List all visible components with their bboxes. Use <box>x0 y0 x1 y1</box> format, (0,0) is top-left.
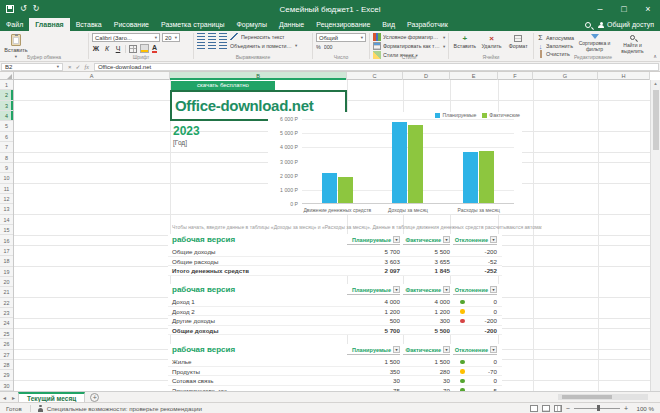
filter-dropdown-icon[interactable]: ▾ <box>490 346 497 353</box>
row-header-28[interactable]: 28 <box>0 360 13 370</box>
cell-planned[interactable]: 30 <box>347 376 400 386</box>
filter-dropdown-icon[interactable]: ▾ <box>393 346 400 353</box>
page-break-view-button[interactable] <box>554 405 562 412</box>
minimize-button[interactable]: – <box>588 0 612 18</box>
row-header-17[interactable]: 17 <box>0 246 13 256</box>
font-color-icon[interactable]: А <box>152 44 157 53</box>
row-header-23[interactable]: 23 <box>0 308 13 318</box>
accessibility-checker[interactable]: Специальные возможности: проверьте реком… <box>37 405 202 412</box>
row-header-13[interactable]: 13 <box>0 204 13 214</box>
row-header-1[interactable]: 1 <box>0 80 13 90</box>
zoom-out-button[interactable]: − <box>566 405 570 412</box>
row-header-6[interactable]: 6 <box>0 132 13 142</box>
merge-center-button[interactable]: Объединить и поместить в центре <box>230 43 292 49</box>
cell-deviation[interactable]: -52 <box>453 257 497 267</box>
align-top-icon[interactable] <box>197 33 205 40</box>
ribbon-tab-file[interactable]: Файл <box>0 18 29 31</box>
cell-deviation[interactable]: 0 <box>453 307 497 317</box>
restore-button[interactable]: □ <box>612 0 636 18</box>
filter-dropdown-icon[interactable]: ▾ <box>443 236 450 243</box>
wrap-text-button[interactable]: Переносить текст <box>241 34 285 40</box>
cell-actual[interactable]: 5 500 <box>403 326 450 336</box>
align-middle-icon[interactable] <box>208 33 216 40</box>
undo-icon[interactable]: ↺ <box>20 0 27 18</box>
normal-view-button[interactable] <box>530 405 538 412</box>
cell-actual[interactable]: 30 <box>403 376 450 386</box>
cell-actual[interactable]: 300 <box>403 316 450 326</box>
column-header-F[interactable]: F <box>498 72 533 80</box>
column-header-G[interactable]: G <box>533 72 598 80</box>
cell-planned[interactable]: 3 603 <box>347 257 400 267</box>
row-header-4[interactable]: 4 <box>0 111 13 121</box>
fill-button[interactable]: ↓Заполнить <box>537 43 574 50</box>
row-header-27[interactable]: 27 <box>0 350 13 360</box>
cell-actual[interactable]: 280 <box>403 367 450 377</box>
ribbon-tab-formulas[interactable]: Формулы <box>231 18 273 31</box>
horizontal-scroll-thumb[interactable] <box>562 395 612 399</box>
borders-icon[interactable] <box>129 45 137 53</box>
budget-table[interactable]: рабочая версияПланируемые▾Фактические▾От… <box>168 344 502 395</box>
ribbon-tab-home[interactable]: Главная <box>29 18 69 31</box>
row-header-12[interactable]: 12 <box>0 194 13 204</box>
cell-deviation[interactable]: -200 <box>453 316 497 326</box>
row-header-21[interactable]: 21 <box>0 287 13 297</box>
row-header-25[interactable]: 25 <box>0 329 13 339</box>
filter-dropdown-icon[interactable]: ▾ <box>490 236 497 243</box>
formula-input[interactable]: Office-download.net <box>94 63 659 71</box>
year-value[interactable]: 2023 <box>173 124 200 138</box>
row-header-20[interactable]: 20 <box>0 277 13 287</box>
italic-button[interactable]: К <box>103 45 111 53</box>
row-header-11[interactable]: 11 <box>0 184 13 194</box>
cell-planned[interactable]: 5 700 <box>347 326 400 336</box>
cell-planned[interactable]: 1 200 <box>347 307 400 317</box>
row-label[interactable]: Доход 2 <box>172 307 195 317</box>
cell-actual[interactable]: 1 200 <box>403 307 450 317</box>
fill-color-icon[interactable] <box>140 44 149 53</box>
ribbon-tab-review[interactable]: Рецензирование <box>310 18 376 31</box>
year-label[interactable]: [Год] <box>173 139 187 146</box>
row-header-7[interactable]: 7 <box>0 142 13 152</box>
cell-actual[interactable]: 3 655 <box>403 257 450 267</box>
cell-deviation[interactable]: -200 <box>453 326 497 336</box>
filter-dropdown-icon[interactable]: ▾ <box>393 286 400 293</box>
ribbon-tab-draw[interactable]: Рисование <box>108 18 155 31</box>
autosum-button[interactable]: ΣАвтосумма <box>537 34 574 41</box>
column-header-E[interactable]: E <box>450 72 498 80</box>
row-header-19[interactable]: 19 <box>0 267 13 277</box>
zoom-level[interactable]: 100 % <box>632 405 654 412</box>
row-label[interactable]: Итого денежных средств <box>172 266 249 276</box>
vertical-scrollbar[interactable]: ▴ <box>650 80 660 391</box>
percent-style-button[interactable]: % <box>316 44 321 50</box>
column-header-H[interactable]: H <box>598 72 650 80</box>
sheet-nav-right-icon[interactable]: ▸ <box>9 394 18 401</box>
close-button[interactable]: × <box>636 0 660 18</box>
font-family-select[interactable]: Calibri (Заго...▾ <box>92 33 160 42</box>
row-header-2[interactable]: 2 <box>0 90 13 100</box>
row-header-14[interactable]: 14 <box>0 215 13 225</box>
row-label[interactable]: Общие доходы <box>172 247 215 257</box>
orientation-icon[interactable] <box>230 33 238 40</box>
cell-actual[interactable]: 1 845 <box>403 266 450 276</box>
sheet-nav-left-icon[interactable]: ◂ <box>0 394 9 401</box>
insert-function-button[interactable]: fx <box>85 64 89 70</box>
cell-planned[interactable]: 1 500 <box>347 357 400 367</box>
redo-icon[interactable]: ↻ <box>33 0 40 18</box>
column-header-B[interactable]: B <box>170 72 347 80</box>
cell-deviation[interactable]: 0 <box>453 357 497 367</box>
format-as-table-button[interactable]: Форматировать как таблицу▾ <box>373 42 446 50</box>
ribbon-tab-layout[interactable]: Разметка страницы <box>155 18 231 31</box>
row-label[interactable]: Жилье <box>172 357 191 367</box>
row-label[interactable]: Продукты <box>172 367 200 377</box>
ribbon-tab-developer[interactable]: Разработчик <box>401 18 454 31</box>
row-header-15[interactable]: 15 <box>0 225 13 235</box>
column-header-D[interactable]: D <box>403 72 450 80</box>
ribbon-tab-data[interactable]: Данные <box>273 18 310 31</box>
cell-actual[interactable]: 1 500 <box>403 357 450 367</box>
align-center-icon[interactable] <box>208 42 216 49</box>
budget-table[interactable]: рабочая версияПланируемые▾Фактические▾От… <box>168 234 502 276</box>
filter-dropdown-icon[interactable]: ▾ <box>443 346 450 353</box>
row-header-16[interactable]: 16 <box>0 236 13 246</box>
align-left-icon[interactable] <box>197 42 205 49</box>
cell-actual[interactable]: 4 000 <box>403 297 450 307</box>
row-label[interactable]: Общие расходы <box>172 257 218 267</box>
